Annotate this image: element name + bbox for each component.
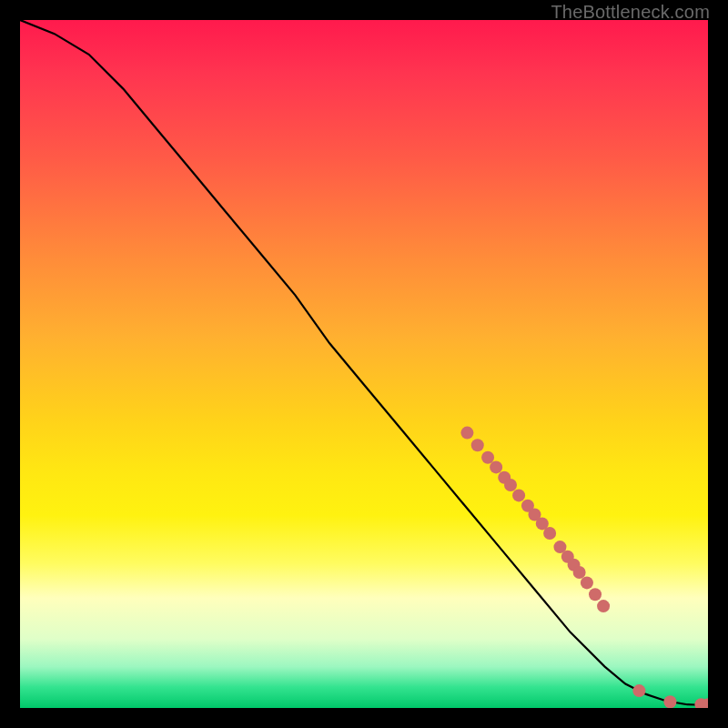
data-point <box>589 588 602 601</box>
data-point <box>512 489 525 501</box>
data-point <box>543 527 556 540</box>
data-point <box>460 427 473 440</box>
data-point <box>581 576 593 589</box>
chart-svg <box>20 20 708 708</box>
data-point <box>481 451 494 464</box>
data-point <box>663 695 676 708</box>
plot-area <box>20 20 708 708</box>
chart-frame: TheBottleneck.com <box>0 0 728 728</box>
data-point <box>471 439 484 451</box>
data-point <box>573 566 586 579</box>
data-point <box>490 460 502 473</box>
data-point <box>632 684 645 697</box>
attribution-label: TheBottleneck.com <box>551 2 710 23</box>
data-markers <box>460 427 708 708</box>
data-point <box>504 479 517 491</box>
data-point <box>597 600 610 612</box>
